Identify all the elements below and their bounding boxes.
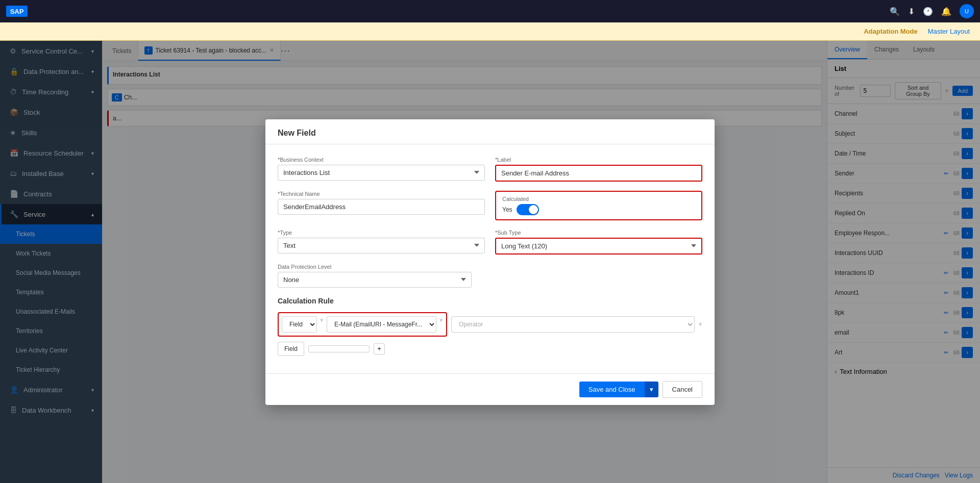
label-input[interactable] xyxy=(496,166,701,181)
top-bar-icons: 🔍 ⬇ 🕐 🔔 U xyxy=(890,4,974,18)
data-protection-select[interactable]: None xyxy=(278,272,472,288)
type-label: *Type xyxy=(278,230,485,236)
calc-label: Calculated xyxy=(502,196,539,202)
business-context-group: *Business Context Interactions List xyxy=(278,157,485,182)
calculation-rule-section: Calculation Rule Field ▾ E-Mail (EmailUR… xyxy=(278,297,702,356)
calculated-label-text: Calculated Yes xyxy=(502,196,539,215)
calc-second-button[interactable] xyxy=(308,345,370,352)
type-select[interactable]: Text xyxy=(278,238,485,253)
modal-title: New Field xyxy=(265,119,715,144)
form-row-3: *Type Text *Sub Type Long Text (120) xyxy=(278,230,702,255)
calculated-group: Calculated Yes xyxy=(495,191,702,220)
clock-icon[interactable]: 🕐 xyxy=(923,7,933,16)
technical-name-label: *Technical Name xyxy=(278,191,485,197)
data-protection-label: Data Protection Level xyxy=(278,264,485,270)
technical-name-group: *Technical Name xyxy=(278,191,485,220)
operator-select[interactable]: Operator xyxy=(451,316,695,333)
label-field-label: *Label xyxy=(495,157,702,163)
label-input-wrapper xyxy=(495,165,702,182)
sap-logo: SAP xyxy=(6,6,28,17)
form-row-1: *Business Context Interactions List *Lab… xyxy=(278,157,702,182)
calc-email-select[interactable]: E-Mail (EmailURI - MessageFr... xyxy=(327,316,436,333)
sub-type-select[interactable]: Long Text (120) xyxy=(496,239,701,253)
calc-rule-box: Field ▾ E-Mail (EmailURI - MessageFr... … xyxy=(278,312,447,337)
save-dropdown-button[interactable]: ▾ xyxy=(645,382,658,397)
calc-add-button[interactable]: + xyxy=(374,343,385,354)
sub-type-wrapper: Long Text (120) xyxy=(495,238,702,255)
save-close-button[interactable]: Save and Close xyxy=(579,382,645,397)
new-field-modal: New Field *Business Context Interactions… xyxy=(265,119,715,405)
sub-type-label: *Sub Type xyxy=(495,230,702,236)
modal-footer: Save and Close ▾ Cancel xyxy=(265,373,715,405)
business-context-label: *Business Context xyxy=(278,157,485,163)
placeholder-group xyxy=(495,264,702,288)
save-close-group: Save and Close ▾ xyxy=(579,382,658,397)
calculated-box: Calculated Yes xyxy=(495,191,702,220)
form-row-4: Data Protection Level None xyxy=(278,264,702,288)
modal-body: *Business Context Interactions List *Lab… xyxy=(265,144,715,373)
toggle-yes-label: Yes xyxy=(502,206,512,213)
top-bar: SAP 🔍 ⬇ 🕐 🔔 U xyxy=(0,0,980,22)
calc-rule-row-1: Field ▾ E-Mail (EmailURI - MessageFr... … xyxy=(278,312,702,337)
modal-overlay: New Field *Business Context Interactions… xyxy=(0,41,980,483)
form-row-2: *Technical Name Calculated Yes xyxy=(278,191,702,220)
search-icon[interactable]: 🔍 xyxy=(890,7,900,16)
business-context-select[interactable]: Interactions List xyxy=(278,165,485,181)
cancel-button[interactable]: Cancel xyxy=(663,381,702,398)
technical-name-input[interactable] xyxy=(278,199,485,215)
data-protection-group: Data Protection Level None xyxy=(278,264,485,288)
sub-type-group: *Sub Type Long Text (120) xyxy=(495,230,702,255)
master-layout-link[interactable]: Master Layout xyxy=(928,28,970,35)
type-group: *Type Text xyxy=(278,230,485,255)
avatar[interactable]: U xyxy=(960,4,974,18)
bell-icon[interactable]: 🔔 xyxy=(941,7,951,16)
calculated-toggle[interactable] xyxy=(517,204,539,215)
calculation-rule-title: Calculation Rule xyxy=(278,297,702,305)
calc-rule-row-2: Field + xyxy=(278,342,702,356)
label-group: *Label xyxy=(495,157,702,182)
adapt-mode-label: Adaptation Mode xyxy=(864,28,917,35)
calc-field-select-1[interactable]: Field xyxy=(282,316,317,333)
adapt-bar: Adaptation Mode Master Layout xyxy=(0,22,980,41)
download-icon[interactable]: ⬇ xyxy=(908,7,915,16)
calc-field-button-2[interactable]: Field xyxy=(278,342,304,356)
toggle-container: Yes xyxy=(502,204,539,215)
